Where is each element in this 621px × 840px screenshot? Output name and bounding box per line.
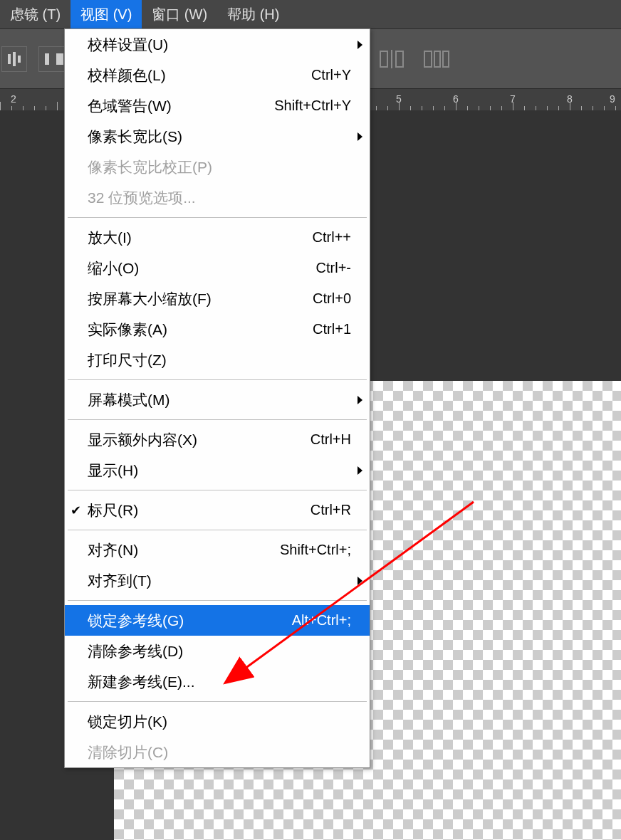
chevron-right-icon xyxy=(358,396,362,404)
dd-zoom-in[interactable]: 放大(I)Ctrl++ xyxy=(65,222,370,253)
dd-rulers[interactable]: ✔标尺(R)Ctrl+R xyxy=(65,495,370,525)
dd-screen-mode[interactable]: 屏幕模式(M) xyxy=(65,384,370,415)
menu-label: 像素长宽比(S) xyxy=(88,127,357,147)
dd-pixel-aspect-ratio[interactable]: 像素长宽比(S) xyxy=(65,121,370,152)
menu-label: 放大(I) xyxy=(88,228,313,248)
menu-label: 像素长宽比校正(P) xyxy=(88,157,357,177)
menu-label: 显示额外内容(X) xyxy=(88,430,310,450)
chevron-right-icon xyxy=(358,577,362,585)
chevron-right-icon xyxy=(358,466,362,475)
view-dropdown: 校样设置(U) 校样颜色(L)Ctrl+Y 色域警告(W)Shift+Ctrl+… xyxy=(64,28,370,768)
menu-help[interactable]: 帮助 (H) xyxy=(217,0,289,30)
shortcut: Ctrl+Y xyxy=(311,67,357,83)
dd-new-guide[interactable]: 新建参考线(E)... xyxy=(65,666,370,697)
dd-show[interactable]: 显示(H) xyxy=(65,455,370,485)
shortcut: Ctrl+- xyxy=(316,260,357,276)
menubar: 虑镜 (T) 视图 (V) 窗口 (W) 帮助 (H) xyxy=(0,0,621,28)
align-icon[interactable] xyxy=(1,46,27,72)
menu-window[interactable]: 窗口 (W) xyxy=(142,0,217,30)
dd-32bit-preview: 32 位预览选项... xyxy=(65,182,370,213)
svg-rect-6 xyxy=(396,51,403,67)
svg-rect-10 xyxy=(443,51,449,67)
separator xyxy=(68,419,367,420)
svg-rect-4 xyxy=(56,53,63,65)
menu-label: 新建参考线(E)... xyxy=(88,672,357,692)
shortcut: Ctrl++ xyxy=(313,229,357,246)
separator xyxy=(68,701,367,702)
shortcut: Shift+Ctrl+Y xyxy=(274,98,357,114)
svg-rect-3 xyxy=(45,53,49,65)
separator xyxy=(68,490,367,490)
shortcut: Ctrl+0 xyxy=(313,290,357,307)
dd-pixel-aspect-correction: 像素长宽比校正(P) xyxy=(65,152,370,182)
menu-label: 实际像素(A) xyxy=(88,320,313,340)
dd-proof-colors[interactable]: 校样颜色(L)Ctrl+Y xyxy=(65,60,370,90)
menu-label: 色域警告(W) xyxy=(88,96,274,116)
menu-label: 屏幕模式(M) xyxy=(88,390,357,410)
dd-actual-pixels[interactable]: 实际像素(A)Ctrl+1 xyxy=(65,314,370,345)
dd-lock-slices[interactable]: 锁定切片(K) xyxy=(65,706,370,737)
shortcut: Ctrl+R xyxy=(310,502,357,518)
menu-view[interactable]: 视图 (V) xyxy=(71,0,142,30)
svg-rect-0 xyxy=(8,54,11,64)
chevron-right-icon xyxy=(358,132,362,141)
separator xyxy=(68,600,367,601)
menu-label: 清除切片(C) xyxy=(88,742,357,762)
dd-proof-setup[interactable]: 校样设置(U) xyxy=(65,29,370,60)
dd-clear-slices: 清除切片(C) xyxy=(65,737,370,767)
separator xyxy=(68,379,367,380)
menu-label: 校样颜色(L) xyxy=(88,65,311,85)
shortcut: Ctrl+H xyxy=(310,431,357,448)
dd-gamut-warning[interactable]: 色域警告(W)Shift+Ctrl+Y xyxy=(65,90,370,121)
menu-label: 锁定参考线(G) xyxy=(88,611,292,631)
shortcut: Alt+Ctrl+; xyxy=(292,612,357,629)
menu-label: 对齐到(T) xyxy=(88,571,357,591)
shortcut: Shift+Ctrl+; xyxy=(280,542,357,558)
separator xyxy=(68,217,367,218)
menu-label: 锁定切片(K) xyxy=(88,712,357,732)
check-icon: ✔ xyxy=(71,503,81,518)
svg-rect-9 xyxy=(434,51,440,67)
dd-zoom-out[interactable]: 缩小(O)Ctrl+- xyxy=(65,253,370,283)
dd-snap-to[interactable]: 对齐到(T) xyxy=(65,565,370,596)
dd-lock-guides[interactable]: 锁定参考线(G)Alt+Ctrl+; xyxy=(65,605,370,636)
menu-label: 校样设置(U) xyxy=(88,35,357,55)
dd-fit-screen[interactable]: 按屏幕大小缩放(F)Ctrl+0 xyxy=(65,283,370,314)
svg-rect-2 xyxy=(18,56,21,63)
menu-label: 缩小(O) xyxy=(88,258,316,278)
menu-filter[interactable]: 虑镜 (T) xyxy=(0,0,71,30)
dd-clear-guides[interactable]: 清除参考线(D) xyxy=(65,636,370,666)
menu-label: 32 位预览选项... xyxy=(88,188,357,208)
svg-rect-1 xyxy=(13,52,16,66)
shortcut: Ctrl+1 xyxy=(313,321,357,337)
menu-label: 显示(H) xyxy=(88,461,357,481)
svg-rect-8 xyxy=(424,51,432,67)
separator xyxy=(68,530,367,530)
menu-label: 标尺(R) xyxy=(88,500,310,520)
dd-show-extras[interactable]: 显示额外内容(X)Ctrl+H xyxy=(65,424,370,455)
menu-label: 按屏幕大小缩放(F) xyxy=(88,289,313,309)
chevron-right-icon xyxy=(358,41,362,49)
ruler-number: 2 xyxy=(11,93,16,105)
menu-label: 清除参考线(D) xyxy=(88,641,357,661)
menu-label: 打印尺寸(Z) xyxy=(88,350,357,370)
menu-label: 对齐(N) xyxy=(88,540,280,560)
svg-rect-5 xyxy=(380,51,387,67)
dd-snap[interactable]: 对齐(N)Shift+Ctrl+; xyxy=(65,535,370,565)
distribute-horiz-icon[interactable] xyxy=(377,47,406,71)
dd-print-size[interactable]: 打印尺寸(Z) xyxy=(65,345,370,375)
ruler-number: 9 xyxy=(610,93,615,105)
distribute-vert-icon[interactable] xyxy=(422,47,450,71)
